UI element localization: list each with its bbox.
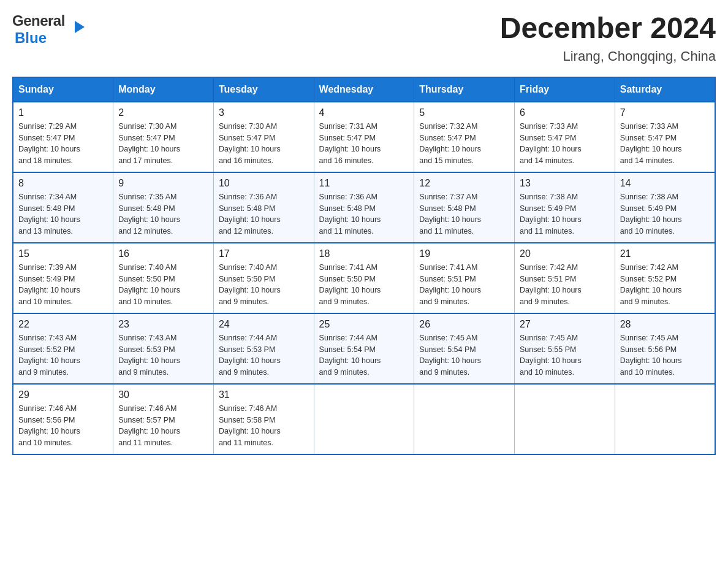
calendar-cell: 31 Sunrise: 7:46 AM Sunset: 5:58 PM Dayl…	[213, 384, 314, 454]
calendar-cell: 13 Sunrise: 7:38 AM Sunset: 5:49 PM Dayl…	[515, 172, 615, 243]
calendar-cell: 21 Sunrise: 7:42 AM Sunset: 5:52 PM Dayl…	[615, 243, 715, 313]
week-row-3: 15 Sunrise: 7:39 AM Sunset: 5:49 PM Dayl…	[13, 243, 715, 313]
day-number: 22	[18, 319, 108, 330]
day-number: 5	[419, 107, 509, 118]
day-number: 2	[118, 107, 208, 118]
calendar-cell: 11 Sunrise: 7:36 AM Sunset: 5:48 PM Dayl…	[314, 172, 414, 243]
day-number: 13	[520, 178, 610, 189]
day-info: Sunrise: 7:43 AM Sunset: 5:53 PM Dayligh…	[118, 332, 208, 378]
calendar-cell: 6 Sunrise: 7:33 AM Sunset: 5:47 PM Dayli…	[515, 102, 615, 172]
week-row-2: 8 Sunrise: 7:34 AM Sunset: 5:48 PM Dayli…	[13, 172, 715, 243]
day-number: 23	[118, 319, 208, 330]
day-number: 3	[219, 107, 309, 118]
day-info: Sunrise: 7:46 AM Sunset: 5:57 PM Dayligh…	[118, 403, 208, 449]
day-number: 10	[219, 178, 309, 189]
day-info: Sunrise: 7:44 AM Sunset: 5:53 PM Dayligh…	[219, 332, 309, 378]
day-number: 6	[520, 107, 610, 118]
calendar-cell	[314, 384, 414, 454]
day-info: Sunrise: 7:35 AM Sunset: 5:48 PM Dayligh…	[118, 191, 208, 237]
calendar-header-row: SundayMondayTuesdayWednesdayThursdayFrid…	[13, 77, 715, 102]
day-info: Sunrise: 7:30 AM Sunset: 5:47 PM Dayligh…	[219, 121, 309, 167]
day-number: 18	[319, 248, 409, 259]
calendar-cell: 25 Sunrise: 7:44 AM Sunset: 5:54 PM Dayl…	[314, 313, 414, 384]
day-info: Sunrise: 7:43 AM Sunset: 5:52 PM Dayligh…	[18, 332, 108, 378]
day-info: Sunrise: 7:44 AM Sunset: 5:54 PM Dayligh…	[319, 332, 409, 378]
calendar-cell: 23 Sunrise: 7:43 AM Sunset: 5:53 PM Dayl…	[113, 313, 214, 384]
day-info: Sunrise: 7:46 AM Sunset: 5:58 PM Dayligh…	[219, 403, 309, 449]
week-row-4: 22 Sunrise: 7:43 AM Sunset: 5:52 PM Dayl…	[13, 313, 715, 384]
col-header-saturday: Saturday	[615, 77, 715, 102]
calendar-cell	[615, 384, 715, 454]
day-info: Sunrise: 7:38 AM Sunset: 5:49 PM Dayligh…	[520, 191, 610, 237]
calendar-cell	[414, 384, 515, 454]
calendar-cell: 4 Sunrise: 7:31 AM Sunset: 5:47 PM Dayli…	[314, 102, 414, 172]
col-header-sunday: Sunday	[13, 77, 113, 102]
calendar-cell	[515, 384, 615, 454]
calendar-cell: 14 Sunrise: 7:38 AM Sunset: 5:49 PM Dayl…	[615, 172, 715, 243]
day-info: Sunrise: 7:32 AM Sunset: 5:47 PM Dayligh…	[419, 121, 509, 167]
day-number: 25	[319, 319, 409, 330]
day-number: 9	[118, 178, 208, 189]
day-number: 15	[18, 248, 108, 259]
col-header-friday: Friday	[515, 77, 615, 102]
day-number: 24	[219, 319, 309, 330]
day-number: 11	[319, 178, 409, 189]
calendar-cell: 9 Sunrise: 7:35 AM Sunset: 5:48 PM Dayli…	[113, 172, 214, 243]
day-info: Sunrise: 7:37 AM Sunset: 5:48 PM Dayligh…	[419, 191, 509, 237]
day-number: 31	[219, 389, 309, 400]
location-text: Lirang, Chongqing, China	[500, 48, 716, 64]
calendar-cell: 16 Sunrise: 7:40 AM Sunset: 5:50 PM Dayl…	[113, 243, 214, 313]
calendar-cell: 27 Sunrise: 7:45 AM Sunset: 5:55 PM Dayl…	[515, 313, 615, 384]
calendar-cell: 18 Sunrise: 7:41 AM Sunset: 5:50 PM Dayl…	[314, 243, 414, 313]
calendar-cell: 2 Sunrise: 7:30 AM Sunset: 5:47 PM Dayli…	[113, 102, 214, 172]
day-info: Sunrise: 7:30 AM Sunset: 5:47 PM Dayligh…	[118, 121, 208, 167]
week-row-1: 1 Sunrise: 7:29 AM Sunset: 5:47 PM Dayli…	[13, 102, 715, 172]
page-header: General Blue December 2024 Lirang, Chong…	[12, 12, 716, 64]
day-number: 12	[419, 178, 509, 189]
title-section: December 2024 Lirang, Chongqing, China	[500, 12, 716, 64]
day-number: 27	[520, 319, 610, 330]
calendar-cell: 8 Sunrise: 7:34 AM Sunset: 5:48 PM Dayli…	[13, 172, 113, 243]
day-info: Sunrise: 7:41 AM Sunset: 5:51 PM Dayligh…	[419, 262, 509, 308]
calendar-cell: 3 Sunrise: 7:30 AM Sunset: 5:47 PM Dayli…	[213, 102, 314, 172]
day-number: 16	[118, 248, 208, 259]
calendar-cell: 20 Sunrise: 7:42 AM Sunset: 5:51 PM Dayl…	[515, 243, 615, 313]
day-number: 30	[118, 389, 208, 400]
day-info: Sunrise: 7:45 AM Sunset: 5:54 PM Dayligh…	[419, 332, 509, 378]
col-header-monday: Monday	[113, 77, 214, 102]
day-number: 28	[620, 319, 710, 330]
svg-marker-0	[75, 21, 85, 33]
calendar-cell: 7 Sunrise: 7:33 AM Sunset: 5:47 PM Dayli…	[615, 102, 715, 172]
day-info: Sunrise: 7:40 AM Sunset: 5:50 PM Dayligh…	[219, 262, 309, 308]
day-number: 29	[18, 389, 108, 400]
day-number: 20	[520, 248, 610, 259]
day-info: Sunrise: 7:41 AM Sunset: 5:50 PM Dayligh…	[319, 262, 409, 308]
day-info: Sunrise: 7:45 AM Sunset: 5:55 PM Dayligh…	[520, 332, 610, 378]
col-header-wednesday: Wednesday	[314, 77, 414, 102]
day-info: Sunrise: 7:46 AM Sunset: 5:56 PM Dayligh…	[18, 403, 108, 449]
calendar-cell: 24 Sunrise: 7:44 AM Sunset: 5:53 PM Dayl…	[213, 313, 314, 384]
month-title: December 2024	[500, 12, 716, 45]
day-info: Sunrise: 7:42 AM Sunset: 5:52 PM Dayligh…	[620, 262, 710, 308]
week-row-5: 29 Sunrise: 7:46 AM Sunset: 5:56 PM Dayl…	[13, 384, 715, 454]
logo-general-text: General	[12, 12, 65, 29]
day-info: Sunrise: 7:31 AM Sunset: 5:47 PM Dayligh…	[319, 121, 409, 167]
col-header-tuesday: Tuesday	[213, 77, 314, 102]
day-number: 1	[18, 107, 108, 118]
calendar-cell: 17 Sunrise: 7:40 AM Sunset: 5:50 PM Dayl…	[213, 243, 314, 313]
calendar-cell: 22 Sunrise: 7:43 AM Sunset: 5:52 PM Dayl…	[13, 313, 113, 384]
calendar-cell: 30 Sunrise: 7:46 AM Sunset: 5:57 PM Dayl…	[113, 384, 214, 454]
day-number: 7	[620, 107, 710, 118]
day-number: 8	[18, 178, 108, 189]
day-number: 26	[419, 319, 509, 330]
calendar-table: SundayMondayTuesdayWednesdayThursdayFrid…	[12, 77, 716, 455]
day-number: 14	[620, 178, 710, 189]
logo-blue-text: Blue	[15, 29, 47, 46]
day-info: Sunrise: 7:42 AM Sunset: 5:51 PM Dayligh…	[520, 262, 610, 308]
calendar-cell: 26 Sunrise: 7:45 AM Sunset: 5:54 PM Dayl…	[414, 313, 515, 384]
calendar-cell: 15 Sunrise: 7:39 AM Sunset: 5:49 PM Dayl…	[13, 243, 113, 313]
calendar-cell: 19 Sunrise: 7:41 AM Sunset: 5:51 PM Dayl…	[414, 243, 515, 313]
calendar-cell: 1 Sunrise: 7:29 AM Sunset: 5:47 PM Dayli…	[13, 102, 113, 172]
logo: General Blue	[12, 12, 75, 47]
day-info: Sunrise: 7:40 AM Sunset: 5:50 PM Dayligh…	[118, 262, 208, 308]
